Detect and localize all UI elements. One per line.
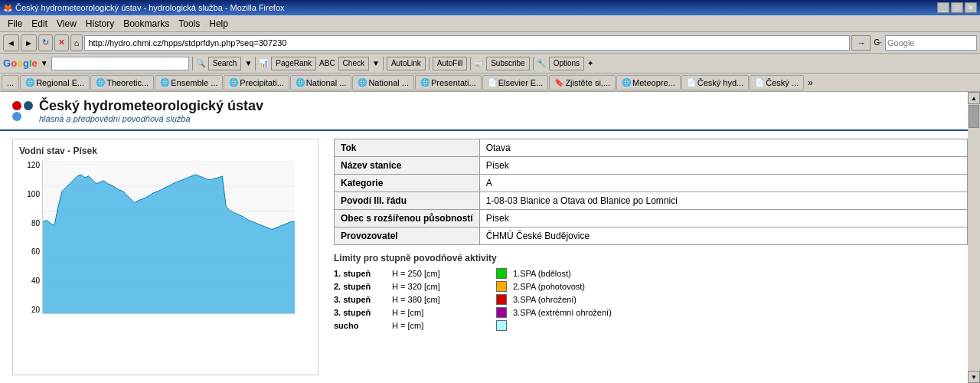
logo-circle-blue-1 <box>24 101 33 110</box>
home-button[interactable]: ⌂ <box>70 34 83 51</box>
value-stanice: Písek <box>479 157 967 175</box>
scroll-track[interactable] <box>968 104 980 371</box>
bookmark-elsevier[interactable]: 📄 Elsevier E... <box>482 75 549 90</box>
menu-bookmarks[interactable]: Bookmarks <box>119 17 174 31</box>
menu-history[interactable]: History <box>81 17 119 31</box>
bookmark-zjistete[interactable]: 🔖 Zjistěte si,... <box>549 75 616 90</box>
theoretic-icon: 🌐 <box>96 78 105 87</box>
google-query-input[interactable] <box>51 57 189 70</box>
info-table: Tok Otava Název stanice Písek Kategorie … <box>334 139 968 245</box>
minimize-button[interactable]: _ <box>937 2 949 13</box>
stupen-3b-label: 3. stupeň <box>334 308 387 317</box>
bookmark-theoretic[interactable]: 🌐 Theoretic... <box>90 75 154 90</box>
bookmark-precipitati[interactable]: 🌐 Precipitati... <box>224 75 289 90</box>
bookmark-presentati[interactable]: 🌐 Presentati... <box>415 75 482 90</box>
precipitati-icon: 🌐 <box>229 78 238 87</box>
bookmark-national2-label: National ... <box>368 78 409 87</box>
wrench-icon: ✦ <box>587 59 593 67</box>
cesky1-icon: 📄 <box>687 78 696 87</box>
stupen-3a-label: 3. stupeň <box>334 295 387 304</box>
search-icon: 🔍 <box>196 59 205 67</box>
stupen-1-h: H = 250 [cm] <box>392 269 492 278</box>
google-dropdown[interactable]: ▼ <box>41 59 48 67</box>
scroll-down-arrow[interactable]: ▼ <box>968 371 980 383</box>
content-area: Český hydrometeorologický ústav hlásná a… <box>0 92 980 383</box>
subscribe-icon: 📰 <box>474 59 483 67</box>
bookmark-cesky1[interactable]: 📄 Český hyd... <box>681 75 750 90</box>
table-row-kategorie: Kategorie A <box>335 175 968 192</box>
menu-edit[interactable]: Edit <box>27 17 52 31</box>
bookmark-elsevier-label: Elsevier E... <box>498 78 544 87</box>
value-tok: Otava <box>479 139 967 157</box>
y-label-100: 100 <box>27 190 40 198</box>
abc-icon: ABC <box>319 59 335 67</box>
bookmark-national1-label: National ... <box>306 78 347 87</box>
google-search-box[interactable] <box>885 35 977 51</box>
bookmark-more[interactable]: ... <box>2 75 19 90</box>
y-label-40: 40 <box>31 277 40 285</box>
search-button[interactable]: Search <box>208 57 242 70</box>
chart-svg <box>43 161 295 313</box>
menu-view[interactable]: View <box>52 17 81 31</box>
limity-table: 1. stupeň H = 250 [cm] 1.SPA (bdělost) 2… <box>334 268 968 331</box>
stop-button[interactable]: ✕ <box>54 34 69 51</box>
autofill-button[interactable]: AutoFill <box>433 57 467 70</box>
table-row-tok: Tok Otava <box>335 139 968 157</box>
scroll-up-arrow[interactable]: ▲ <box>968 92 980 104</box>
bookmarks-chevron[interactable]: » <box>805 77 816 88</box>
y-label-120: 120 <box>27 161 40 169</box>
back-button[interactable]: ◄ <box>3 34 19 51</box>
regional-icon: 🌐 <box>25 78 34 87</box>
y-axis: 120 100 80 60 40 20 <box>19 161 42 314</box>
menu-help[interactable]: Help <box>204 17 233 31</box>
close-button[interactable]: ✕ <box>965 2 977 13</box>
firefox-icon: 🦊 <box>3 4 12 12</box>
maximize-button[interactable]: □ <box>951 2 963 13</box>
bookmark-cesky2[interactable]: 📄 Český ... <box>750 75 804 90</box>
table-row-obec: Obec s rozšířenou působností Písek <box>335 210 968 228</box>
chart-area: 120 100 80 60 40 20 <box>19 161 295 314</box>
org-info: Český hydrometeorologický ústav hlásná a… <box>39 98 263 123</box>
subscribe-button[interactable]: Subscribe <box>486 57 529 70</box>
google-toolbar: Google ▼ 🔍 Search ▼ 📊 PageRank ABC Check… <box>0 54 980 74</box>
stupen-3a-spa: 3.SPA (ohrožení) <box>513 295 968 304</box>
separator-6 <box>533 57 534 70</box>
options-button[interactable]: Options <box>549 57 584 70</box>
value-kategorie: A <box>479 175 967 192</box>
scroll-thumb[interactable] <box>969 105 979 128</box>
bookmark-national1[interactable]: 🌐 National ... <box>290 75 352 90</box>
bookmark-cesky2-label: Český ... <box>766 78 799 87</box>
reload-button[interactable]: ↻ <box>38 34 53 51</box>
value-obec: Písek <box>479 210 967 228</box>
menu-bar: File Edit View History Bookmarks Tools H… <box>0 15 980 32</box>
sucho-label: sucho <box>334 321 387 330</box>
elsevier-icon: 📄 <box>488 78 497 87</box>
pagerank-button[interactable]: PageRank <box>271 57 316 70</box>
separator-3 <box>383 57 384 70</box>
check-dropdown[interactable]: ▼ <box>372 59 380 67</box>
chart-container: Vodní stav - Písek 120 100 80 60 40 20 <box>12 139 318 375</box>
bookmark-national2[interactable]: 🌐 National ... <box>352 75 414 90</box>
go-button[interactable]: → <box>851 35 871 51</box>
bookmark-meteopre[interactable]: 🌐 Meteopre... <box>616 75 681 90</box>
bookmark-ensemble[interactable]: 🌐 Ensemble ... <box>155 75 223 90</box>
meteopre-icon: 🌐 <box>622 78 631 87</box>
menu-file[interactable]: File <box>3 17 27 31</box>
check-button[interactable]: Check <box>338 57 369 70</box>
forward-button[interactable]: ► <box>21 34 37 51</box>
separator-4 <box>429 57 430 70</box>
search-label: G· <box>872 38 884 47</box>
y-label-20: 20 <box>31 306 40 314</box>
bookmark-regional[interactable]: 🌐 Regional E... <box>20 75 90 90</box>
y-label-60: 60 <box>31 247 40 256</box>
address-bar[interactable] <box>84 35 850 51</box>
label-provozovatel: Provozovatel <box>335 228 480 245</box>
scrollbar[interactable]: ▲ ▼ <box>968 92 980 383</box>
autolink-button[interactable]: AutoLink <box>387 57 426 70</box>
menu-tools[interactable]: Tools <box>174 17 204 31</box>
chart-plot <box>42 161 295 314</box>
dropdown-icon[interactable]: ▼ <box>244 59 252 67</box>
value-provozovatel: ČHMÚ České Budějovice <box>479 228 967 245</box>
bookmark-presentati-label: Presentati... <box>431 78 476 87</box>
ensemble-icon: 🌐 <box>160 78 169 87</box>
